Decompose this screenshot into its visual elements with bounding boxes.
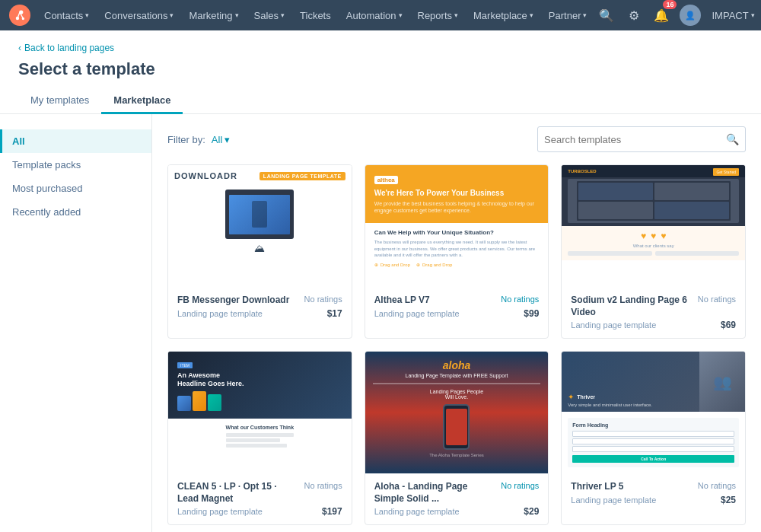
nav-automation[interactable]: Automation ▾ — [339, 0, 410, 30]
template-info-thriver: Thriver LP 5 No ratings Landing page tem… — [562, 473, 745, 513]
filter-dropdown[interactable]: All ▾ — [212, 134, 230, 145]
topnav-right: 🔍 ⚙ 🔔 16 👤 IMPACT ▾ — [594, 3, 759, 27]
nav-contacts-chevron: ▾ — [85, 11, 89, 19]
sidebar-item-recently-added[interactable]: Recently added — [0, 200, 151, 224]
tabs: My templates Marketplace — [18, 88, 743, 113]
template-thumb-aloha: aloha Landing Page Template with FREE Su… — [365, 352, 549, 473]
template-info-althea: Althea LP V7 No ratings Landing page tem… — [365, 287, 549, 327]
filter-bar: Filter by: All ▾ 🔍 — [167, 126, 746, 152]
template-thumb-downloadr: DOWNLOADR LANDING PAGE TEMPLATE ⛰ — [168, 165, 352, 287]
search-box[interactable]: 🔍 — [537, 126, 746, 152]
notification-count: 16 — [663, 0, 677, 9]
template-grid: DOWNLOADR LANDING PAGE TEMPLATE ⛰ — [167, 164, 746, 532]
template-card-thriver[interactable]: ✦ Thriver Very simple and minimalist use… — [561, 351, 746, 525]
sidebar-item-most-purchased[interactable]: Most purchased — [0, 177, 151, 200]
nav-automation-chevron: ▾ — [399, 11, 403, 19]
template-thumb-clean5: ITEM An AwesomeHeadline Goes Here. What … — [168, 352, 352, 473]
tab-my-templates[interactable]: My templates — [18, 88, 101, 114]
account-chevron: ▾ — [751, 11, 755, 19]
template-info-aloha: Aloha - Landing Page Simple Solid ... No… — [365, 473, 549, 524]
page-title: Select a template — [18, 59, 743, 79]
nav-reports-chevron: ▾ — [454, 11, 458, 19]
filter-label: Filter by: — [167, 134, 205, 145]
nav-sales[interactable]: Sales ▾ — [247, 0, 293, 30]
nav-reports[interactable]: Reports ▾ — [410, 0, 466, 30]
sidebar: All Template packs Most purchased Recent… — [0, 114, 152, 532]
template-thumb-althea: althea We're Here To Power Your Business… — [365, 165, 549, 287]
nav-marketing[interactable]: Marketing ▾ — [181, 0, 246, 30]
svg-point-0 — [9, 5, 30, 26]
nav-sales-chevron: ▾ — [281, 11, 285, 19]
tab-marketplace[interactable]: Marketplace — [101, 88, 183, 114]
page-container: ‹ Back to landing pages Select a templat… — [0, 30, 761, 532]
hubspot-logo[interactable] — [9, 3, 30, 27]
search-button[interactable]: 🔍 — [594, 3, 619, 27]
search-input[interactable] — [544, 134, 726, 145]
main-layout: All Template packs Most purchased Recent… — [0, 114, 761, 532]
notifications-button[interactable]: 🔔 16 — [649, 3, 673, 27]
sidebar-item-all[interactable]: All — [0, 129, 151, 153]
topnav: Contacts ▾ Conversations ▾ Marketing ▾ S… — [0, 0, 761, 30]
breadcrumb-chevron: ‹ — [18, 43, 21, 53]
template-card-downloadr[interactable]: DOWNLOADR LANDING PAGE TEMPLATE ⛰ — [167, 164, 352, 339]
template-info-sodium: Sodium v2 Landing Page 6 Video No rating… — [562, 287, 745, 338]
template-info-downloadr: FB Messenger Downloadr No ratings Landin… — [168, 287, 352, 327]
nav-marketplace-chevron: ▾ — [530, 11, 533, 19]
filter-chevron: ▾ — [224, 134, 230, 145]
sidebar-item-template-packs[interactable]: Template packs — [0, 153, 151, 177]
settings-button[interactable]: ⚙ — [622, 3, 646, 27]
nav-conversations-chevron: ▾ — [170, 11, 174, 19]
template-card-clean5[interactable]: ITEM An AwesomeHeadline Goes Here. What … — [167, 351, 352, 525]
nav-marketplace[interactable]: Marketplace ▾ — [466, 0, 541, 30]
nav-conversations[interactable]: Conversations ▾ — [97, 0, 181, 30]
template-thumb-thriver: ✦ Thriver Very simple and minimalist use… — [562, 352, 745, 473]
nav-tickets[interactable]: Tickets — [292, 0, 339, 30]
filter-left: Filter by: All ▾ — [167, 134, 230, 145]
template-thumb-sodium: TURBOSLED Get Started — [562, 165, 745, 287]
main-content: Filter by: All ▾ 🔍 — [152, 114, 761, 532]
nav-partner[interactable]: Partner ▾ — [541, 0, 595, 30]
nav-contacts[interactable]: Contacts ▾ — [37, 0, 97, 30]
template-card-aloha[interactable]: aloha Landing Page Template with FREE Su… — [365, 351, 549, 525]
template-info-clean5: CLEAN 5 · LP · Opt 15 · Lead Magnet No r… — [168, 473, 352, 524]
user-avatar[interactable]: 👤 — [680, 5, 701, 26]
search-icon: 🔍 — [726, 133, 739, 145]
page-header: ‹ Back to landing pages Select a templat… — [0, 30, 761, 114]
account-name[interactable]: IMPACT ▾ — [707, 10, 759, 21]
breadcrumb[interactable]: ‹ Back to landing pages — [18, 43, 743, 53]
nav-partner-chevron: ▾ — [583, 11, 587, 19]
template-card-althea[interactable]: althea We're Here To Power Your Business… — [365, 164, 549, 339]
nav-marketing-chevron: ▾ — [235, 11, 239, 19]
template-card-sodium[interactable]: TURBOSLED Get Started — [561, 164, 746, 339]
